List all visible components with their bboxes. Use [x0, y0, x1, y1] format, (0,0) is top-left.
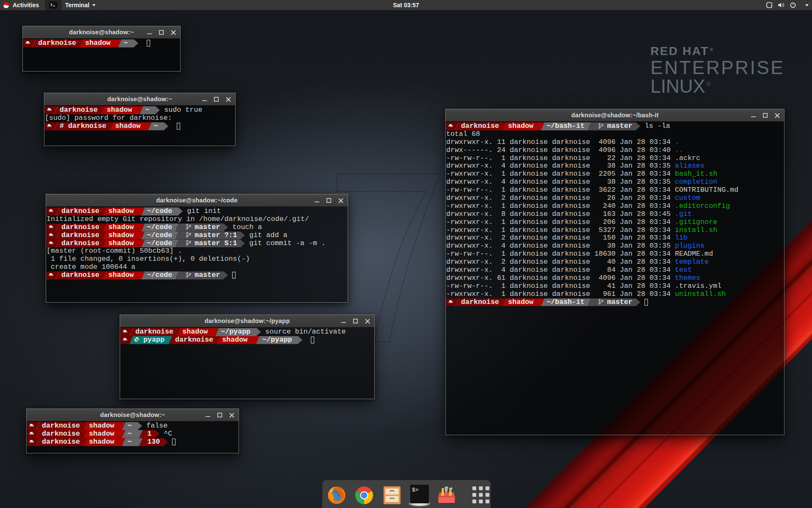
- svg-text:$>: $>: [412, 487, 419, 493]
